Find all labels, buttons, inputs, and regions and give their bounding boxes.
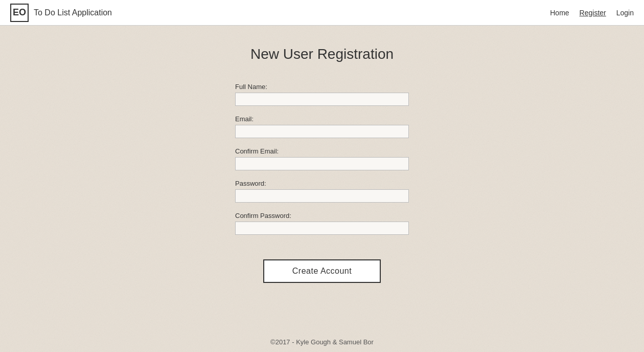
email-input[interactable] — [235, 125, 409, 138]
main-content: New User Registration Full Name: Email: … — [0, 26, 644, 332]
app-title: To Do List Application — [34, 8, 112, 17]
navbar-nav: Home Register Login — [550, 9, 634, 17]
app-logo: EO — [10, 4, 29, 22]
nav-login[interactable]: Login — [616, 9, 634, 17]
password-group: Password: — [235, 180, 409, 203]
password-input[interactable] — [235, 189, 409, 203]
confirm-email-input[interactable] — [235, 157, 409, 170]
registration-form: Full Name: Email: Confirm Email: Passwor… — [235, 83, 409, 283]
email-group: Email: — [235, 115, 409, 138]
nav-register[interactable]: Register — [580, 9, 606, 17]
footer-text: ©2017 - Kyle Gough & Samuel Bor — [270, 338, 374, 346]
page-title: New User Registration — [250, 46, 394, 62]
full-name-label: Full Name: — [235, 83, 267, 91]
navbar: EO To Do List Application Home Register … — [0, 0, 644, 26]
password-label: Password: — [235, 180, 266, 187]
nav-home[interactable]: Home — [550, 9, 569, 17]
create-account-button[interactable]: Create Account — [263, 259, 381, 283]
confirm-password-group: Confirm Password: — [235, 212, 409, 235]
email-label: Email: — [235, 115, 254, 123]
footer: ©2017 - Kyle Gough & Samuel Bor — [0, 332, 644, 352]
navbar-brand: EO To Do List Application — [10, 4, 112, 22]
confirm-email-group: Confirm Email: — [235, 147, 409, 170]
full-name-input[interactable] — [235, 93, 409, 106]
confirm-password-input[interactable] — [235, 222, 409, 235]
full-name-group: Full Name: — [235, 83, 409, 106]
confirm-email-label: Confirm Email: — [235, 147, 279, 155]
confirm-password-label: Confirm Password: — [235, 212, 291, 219]
